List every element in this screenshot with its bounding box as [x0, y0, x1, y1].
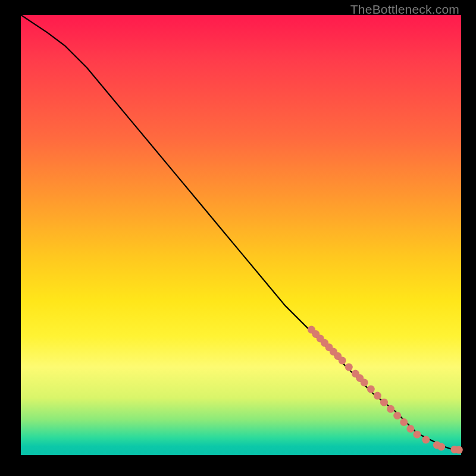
data-point	[367, 386, 375, 393]
data-point	[455, 446, 463, 454]
data-point	[361, 378, 368, 386]
data-point	[437, 443, 445, 450]
data-markers	[308, 326, 463, 454]
watermark-text: TheBottleneck.com	[350, 2, 459, 17]
data-point	[345, 364, 353, 371]
data-point	[400, 418, 408, 426]
data-point	[393, 412, 401, 419]
data-point	[380, 399, 388, 406]
chart-svg	[21, 15, 461, 455]
data-point	[406, 425, 414, 433]
data-point	[422, 436, 430, 444]
data-point	[387, 405, 394, 413]
data-point	[414, 431, 421, 439]
data-point	[374, 392, 381, 400]
chart-frame: TheBottleneck.com	[0, 0, 476, 476]
bottleneck-curve	[21, 15, 461, 450]
data-point	[339, 356, 346, 364]
chart-plot-area	[21, 15, 461, 455]
